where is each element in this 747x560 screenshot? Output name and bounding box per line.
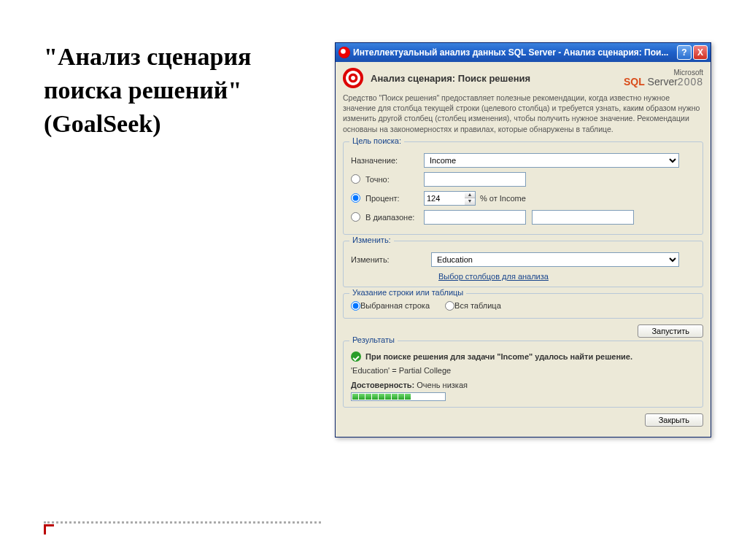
help-button[interactable]: ? <box>677 45 692 60</box>
app-icon <box>338 47 350 58</box>
target-icon <box>343 68 363 88</box>
results-legend: Результаты <box>349 335 398 344</box>
scope-row-radio[interactable] <box>351 301 360 311</box>
sql-server-logo: Microsoft SQL Server2008 <box>624 69 703 87</box>
percent-radio[interactable] <box>351 193 360 203</box>
close-dialog-button[interactable]: Закрыть <box>645 413 703 427</box>
titlebar[interactable]: Интеллектуальный анализ данных SQL Serve… <box>336 43 711 62</box>
choose-columns-link[interactable]: Выбор столбцов для анализа <box>438 272 549 281</box>
decorative-divider <box>44 521 321 524</box>
change-select[interactable]: Education <box>431 252 679 267</box>
scope-table-label: Вся таблица <box>454 301 501 310</box>
percent-spinner[interactable]: ▲▼ <box>424 191 476 206</box>
decorative-corner <box>44 524 54 534</box>
assign-label: Назначение: <box>351 156 424 165</box>
exact-radio[interactable] <box>351 174 360 184</box>
goal-group: Цель поиска: Назначение: Income Точно: П… <box>343 141 703 235</box>
exact-label: Точно: <box>365 175 390 184</box>
range-to-input[interactable] <box>532 210 634 225</box>
success-message: При поиске решения для задачи "Income" у… <box>365 352 632 361</box>
goal-legend: Цель поиска: <box>349 136 404 145</box>
range-from-input[interactable] <box>424 210 526 225</box>
range-label: В диапазоне: <box>365 213 414 222</box>
window-title: Интеллектуальный анализ данных SQL Serve… <box>353 47 676 58</box>
description-text: Средство "Поиск решения" предоставляет п… <box>343 93 703 134</box>
scope-row-label: Выбранная строка <box>360 301 430 310</box>
spin-up-icon[interactable]: ▲ <box>465 192 475 198</box>
spin-down-icon[interactable]: ▼ <box>465 198 475 205</box>
result-detail: 'Education' = Partial College <box>351 366 695 375</box>
run-button[interactable]: Запустить <box>638 324 703 338</box>
scope-table-radio[interactable] <box>445 301 454 311</box>
range-radio[interactable] <box>351 212 360 222</box>
confidence-label: Достоверность: <box>351 381 414 389</box>
assign-select[interactable]: Income <box>424 153 679 168</box>
percent-suffix: % от Income <box>480 194 526 203</box>
change-legend: Изменить: <box>349 236 394 244</box>
slide-title: "Анализ сценария поиска решений" (GoalSe… <box>44 40 251 141</box>
change-label: Изменить: <box>351 255 431 264</box>
scope-group: Указание строки или таблицы Выбранная ст… <box>343 293 703 319</box>
close-button[interactable]: X <box>693 45 708 60</box>
percent-input[interactable] <box>424 191 465 206</box>
dialog-heading: Анализ сценария: Поиск решения <box>371 73 624 84</box>
success-icon <box>351 351 361 362</box>
results-group: Результаты При поиске решения для задачи… <box>343 341 703 408</box>
confidence-bar <box>351 392 446 401</box>
percent-label: Процент: <box>365 194 400 203</box>
confidence-value: Очень низкая <box>417 381 468 389</box>
change-group: Изменить: Изменить: Education Выбор стол… <box>343 241 703 287</box>
scope-legend: Указание строки или таблицы <box>349 288 466 297</box>
exact-input[interactable] <box>424 172 526 187</box>
dialog-window: Интеллектуальный анализ данных SQL Serve… <box>335 42 711 438</box>
